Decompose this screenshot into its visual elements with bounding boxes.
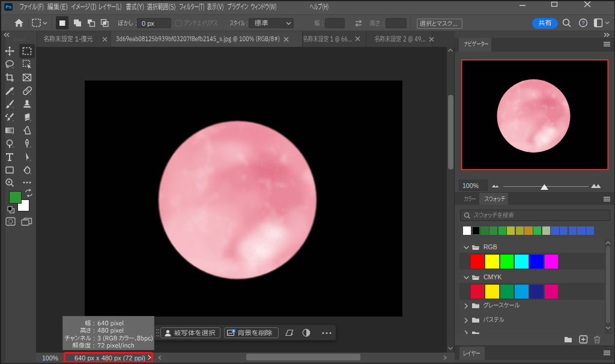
svg-text:?: ? [581, 20, 584, 26]
